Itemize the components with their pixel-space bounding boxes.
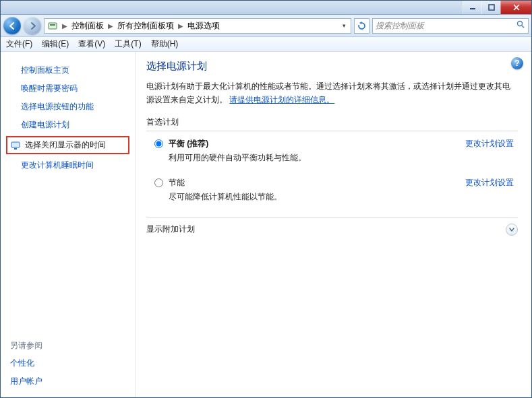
control-panel-icon [47,20,58,31]
svg-rect-4 [49,23,57,29]
navbar: ▶ 控制面板 ▶ 所有控制面板项 ▶ 电源选项 ▾ 搜索控制面板 [1,15,531,37]
menu-tools[interactable]: 工具(T) [115,38,141,50]
sidebar-link-sleep-time[interactable]: 更改计算机睡眠时间 [1,156,135,174]
svg-rect-5 [50,24,55,26]
plan-balanced-change-link[interactable]: 更改计划设置 [465,138,514,150]
control-panel-window: ▶ 控制面板 ▶ 所有控制面板项 ▶ 电源选项 ▾ 搜索控制面板 文件(F) 编… [0,0,532,398]
breadcrumb-item-leaf[interactable]: 电源选项 [186,20,221,32]
sidebar-home-link[interactable]: 控制面板主页 [1,61,135,79]
preferred-plans-box: 平衡 (推荐) 利用可用的硬件自动平衡功耗与性能。 更改计划设置 节能 尽可能降… [146,131,518,207]
chevron-right-icon: ▶ [175,22,186,30]
plan-balanced-radio[interactable] [154,139,163,148]
see-also-user-accounts[interactable]: 用户帐户 [1,372,135,391]
svg-rect-1 [489,5,494,10]
sidebar-link-power-button[interactable]: 选择电源按钮的功能 [1,98,135,116]
page-description: 电源计划有助于最大化计算机的性能或者节能。通过选择计划来将其激活，或选择计划并通… [146,79,518,107]
nav-back-button[interactable] [3,17,21,34]
search-icon[interactable] [516,20,525,31]
chevron-right-icon: ▶ [105,22,116,30]
svg-rect-9 [14,148,17,150]
refresh-button[interactable] [354,18,370,34]
chevron-right-icon: ▶ [59,22,70,30]
chevron-down-icon[interactable] [506,224,518,236]
sidebar-highlighted-label: 选择关闭显示器的时间 [25,139,106,151]
plan-power-saver-title: 节能 [169,177,465,189]
see-also-label: 另请参阅 [1,336,135,354]
plan-balanced: 平衡 (推荐) 利用可用的硬件自动平衡功耗与性能。 更改计划设置 [146,138,518,168]
help-icon[interactable]: ? [511,57,523,69]
sidebar-link-create-plan[interactable]: 创建电源计划 [1,116,135,134]
plan-power-saver: 节能 尽可能降低计算机性能以节能。 更改计划设置 [146,177,518,207]
plan-power-saver-change-link[interactable]: 更改计划设置 [465,177,514,189]
plan-power-saver-desc: 尽可能降低计算机性能以节能。 [169,191,465,203]
plan-power-saver-radio[interactable] [154,178,163,187]
menu-file[interactable]: 文件(F) [6,38,32,50]
breadcrumb[interactable]: ▶ 控制面板 ▶ 所有控制面板项 ▶ 电源选项 ▾ [44,18,351,34]
menu-help[interactable]: 帮助(H) [151,38,179,50]
breadcrumb-dropdown-icon[interactable]: ▾ [338,22,349,29]
svg-rect-0 [470,8,475,9]
search-input[interactable]: 搜索控制面板 [372,18,529,34]
svg-line-7 [522,26,524,28]
show-additional-plans-row[interactable]: 显示附加计划 [146,218,518,236]
sidebar-link-wake-password[interactable]: 唤醒时需要密码 [1,79,135,98]
window-titlebar [1,1,531,15]
menu-view[interactable]: 查看(V) [78,38,105,50]
sidebar-link-display-off-highlighted[interactable]: 选择关闭显示器的时间 [6,136,129,154]
menu-edit[interactable]: 编辑(E) [42,38,69,50]
preferred-plans-label: 首选计划 [146,117,518,128]
learn-more-link[interactable]: 请提供电源计划的详细信息。 [229,95,334,104]
body-area: 控制面板主页 唤醒时需要密码 选择电源按钮的功能 创建电源计划 选择关闭显示器的… [1,52,531,397]
maximize-button[interactable] [481,1,500,14]
show-additional-plans-label: 显示附加计划 [146,224,195,235]
plan-balanced-title: 平衡 (推荐) [169,138,465,150]
search-placeholder: 搜索控制面板 [376,20,424,32]
page-heading: 选择电源计划 [146,60,518,73]
nav-forward-button[interactable] [24,17,41,34]
menubar: 文件(F) 编辑(E) 查看(V) 工具(T) 帮助(H) [1,37,531,52]
breadcrumb-item-root[interactable]: 控制面板 [70,20,105,32]
svg-point-6 [518,22,523,26]
monitor-icon [10,140,21,151]
sidebar: 控制面板主页 唤醒时需要密码 选择电源按钮的功能 创建电源计划 选择关闭显示器的… [1,52,136,397]
plan-balanced-desc: 利用可用的硬件自动平衡功耗与性能。 [169,152,465,164]
minimize-button[interactable] [463,1,481,14]
sidebar-spacer [1,174,135,336]
breadcrumb-item-mid[interactable]: 所有控制面板项 [116,20,175,32]
close-button[interactable] [500,1,531,14]
content-area: ? 选择电源计划 电源计划有助于最大化计算机的性能或者节能。通过选择计划来将其激… [136,52,531,397]
see-also-personalization[interactable]: 个性化 [1,354,135,372]
svg-rect-8 [11,142,20,147]
